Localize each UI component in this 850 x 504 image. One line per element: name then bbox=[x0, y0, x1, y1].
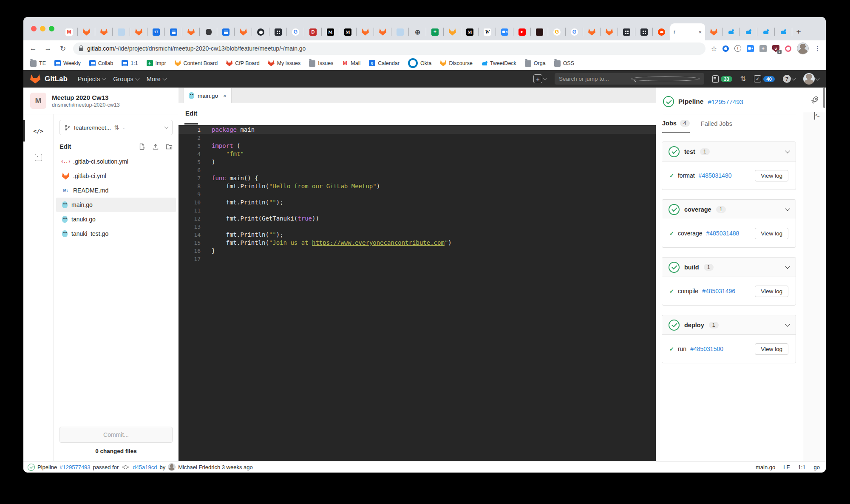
swirl-extension-icon[interactable] bbox=[785, 45, 791, 52]
upload-file-icon[interactable] bbox=[152, 143, 159, 150]
statusbar-info-item[interactable]: 1:1 bbox=[798, 464, 805, 470]
browser-tab[interactable] bbox=[130, 23, 147, 40]
browser-tab[interactable]: D bbox=[304, 23, 322, 40]
zoomc-extension-icon[interactable] bbox=[747, 45, 754, 52]
view-log-button[interactable]: View log bbox=[755, 286, 788, 297]
rail-item-edit[interactable]: </> bbox=[23, 118, 53, 144]
bookmark-item[interactable]: Orga bbox=[525, 59, 546, 67]
close-icon[interactable]: × bbox=[223, 93, 227, 99]
tab-jobs[interactable]: Jobs 4 bbox=[662, 120, 690, 133]
new-folder-icon[interactable] bbox=[166, 143, 173, 150]
back-button[interactable]: ← bbox=[28, 44, 38, 53]
bookmark-item[interactable]: OSS bbox=[554, 59, 574, 67]
browser-tab[interactable] bbox=[391, 23, 409, 40]
tab-close-icon[interactable]: × bbox=[698, 29, 702, 35]
browser-tab[interactable] bbox=[444, 23, 461, 40]
gitlab-logo-icon[interactable] bbox=[30, 74, 40, 84]
browser-tab[interactable]: M bbox=[322, 23, 339, 40]
browser-tab[interactable] bbox=[635, 23, 653, 40]
stage-header[interactable]: coverage1 bbox=[662, 200, 796, 219]
file-tree-item[interactable]: main.go bbox=[56, 198, 176, 212]
job-id-link[interactable]: #485031488 bbox=[706, 230, 740, 237]
gitlab-wordmark[interactable]: GitLab bbox=[45, 75, 68, 83]
browser-tab[interactable] bbox=[722, 23, 740, 40]
stage-header[interactable]: build1 bbox=[662, 258, 796, 277]
browser-tab[interactable] bbox=[235, 23, 252, 40]
file-tree-item[interactable]: tanuki.go bbox=[56, 212, 176, 227]
close-window-button[interactable] bbox=[31, 26, 37, 31]
zoom-window-button[interactable] bbox=[49, 26, 54, 31]
browser-tab[interactable]: W bbox=[479, 23, 496, 40]
bookmark-item[interactable]: Discourse bbox=[440, 60, 473, 66]
browser-tab[interactable]: G bbox=[287, 23, 304, 40]
file-tree-item[interactable]: .gitlab-ci.yml bbox=[56, 169, 176, 183]
tab-failed-jobs[interactable]: Failed Jobs bbox=[701, 120, 732, 133]
browser-tab[interactable] bbox=[740, 23, 757, 40]
new-menu[interactable]: + bbox=[533, 74, 547, 83]
browser-tab[interactable] bbox=[182, 23, 200, 40]
todos-button[interactable]: 40 bbox=[754, 75, 775, 82]
navbar-menu-groups[interactable]: Groups bbox=[113, 76, 139, 82]
bookmark-item[interactable]: MMail bbox=[342, 60, 360, 66]
browser-tab[interactable] bbox=[78, 23, 95, 40]
bookmark-item[interactable]: My issues bbox=[268, 60, 301, 66]
bookmark-item[interactable]: +Impr bbox=[147, 60, 166, 66]
bookmark-item[interactable]: CfP Board bbox=[226, 60, 259, 66]
plus-icon[interactable]: + bbox=[533, 74, 542, 83]
browser-tab[interactable] bbox=[200, 23, 217, 40]
browser-tab[interactable] bbox=[374, 23, 391, 40]
pipeline-id-link[interactable]: #129577493 bbox=[708, 98, 743, 105]
browser-tab[interactable] bbox=[113, 23, 130, 40]
browser-tab[interactable] bbox=[601, 23, 618, 40]
scrollbar-thumb[interactable] bbox=[823, 88, 825, 108]
navbar-menu-more[interactable]: More bbox=[147, 76, 166, 82]
browser-tab[interactable]: ⊕ bbox=[409, 23, 426, 40]
statusbar-info-item[interactable]: main.go bbox=[756, 464, 775, 470]
search-input[interactable]: Search or jump to... bbox=[555, 73, 704, 85]
statusbar-info-item[interactable]: LF bbox=[783, 464, 790, 470]
user-menu[interactable] bbox=[803, 73, 819, 85]
browser-tab[interactable] bbox=[618, 23, 635, 40]
onep-extension-icon[interactable]: ! bbox=[734, 45, 741, 52]
browser-tab[interactable] bbox=[252, 23, 269, 40]
browser-tab[interactable] bbox=[496, 23, 513, 40]
browser-tab[interactable]: + bbox=[426, 23, 444, 40]
bookmark-item[interactable]: Weekly bbox=[54, 60, 81, 66]
rail-item-pipeline[interactable] bbox=[803, 88, 826, 112]
rail-item-commit[interactable] bbox=[23, 144, 53, 170]
browser-tab[interactable] bbox=[217, 23, 235, 40]
bookmark-item[interactable]: Collab bbox=[89, 60, 113, 66]
bookmark-item[interactable]: TweetDeck bbox=[481, 60, 516, 66]
shield-extension-icon[interactable]: U1 bbox=[772, 45, 779, 52]
browser-tab[interactable]: G bbox=[548, 23, 566, 40]
file-tree-item[interactable]: {..}.gitlab-ci.solution.yml bbox=[56, 154, 176, 169]
statusbar-commit-link[interactable]: d45a19cd bbox=[133, 464, 157, 470]
job-id-link[interactable]: #485031496 bbox=[702, 288, 735, 294]
navbar-menu-projects[interactable]: Projects bbox=[78, 76, 105, 82]
file-tree-item[interactable]: M↓README.md bbox=[56, 183, 176, 198]
browser-tab[interactable] bbox=[705, 23, 722, 40]
job-id-link[interactable]: #485031480 bbox=[699, 172, 732, 179]
bookmark-item[interactable]: Okta bbox=[408, 58, 431, 68]
browser-tab[interactable] bbox=[757, 23, 775, 40]
file-tree-item[interactable]: tanuki_test.go bbox=[56, 227, 176, 241]
commit-button[interactable]: Commit... bbox=[60, 427, 173, 443]
view-log-button[interactable]: View log bbox=[755, 228, 788, 239]
browser-tab[interactable] bbox=[531, 23, 548, 40]
stage-header[interactable]: deploy1 bbox=[662, 315, 796, 335]
browser-tab[interactable]: M bbox=[60, 23, 78, 40]
bookmark-item[interactable]: Issues bbox=[309, 59, 333, 67]
stage-header[interactable]: test1 bbox=[662, 142, 796, 161]
new-tab-button[interactable]: + bbox=[792, 23, 805, 40]
bookmark-item[interactable]: 1:1 bbox=[122, 60, 138, 66]
browser-tab[interactable] bbox=[95, 23, 113, 40]
view-log-button[interactable]: View log bbox=[755, 343, 788, 355]
browser-tab[interactable] bbox=[775, 23, 792, 40]
active-browser-tab[interactable]: r × bbox=[670, 23, 705, 40]
browser-menu-icon[interactable]: ⋮ bbox=[814, 45, 821, 52]
browser-profile-avatar[interactable] bbox=[797, 42, 809, 54]
rail-item-terminal[interactable] bbox=[814, 112, 815, 120]
help-menu[interactable]: ? bbox=[783, 75, 795, 83]
browser-tab[interactable]: M bbox=[339, 23, 357, 40]
code-editor[interactable]: 1package main23import (4 "fmt"5)67func m… bbox=[178, 125, 656, 461]
